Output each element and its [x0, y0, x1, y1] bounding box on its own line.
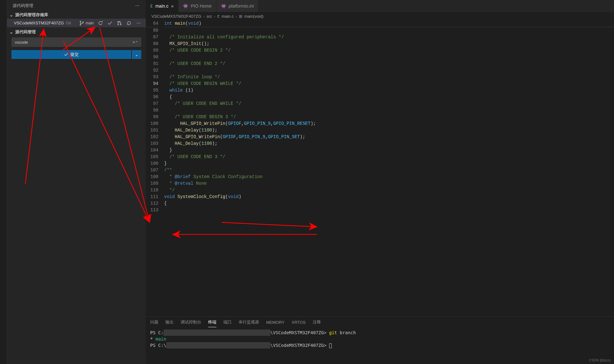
function-icon: ⊞ — [239, 14, 242, 19]
branch-name: main — [86, 21, 94, 25]
close-icon[interactable]: × — [171, 3, 174, 9]
pio-icon: 👾 — [221, 3, 226, 9]
chevron-right-icon: › — [214, 14, 215, 19]
redacted-path: ███████████████████████████████████████ — [166, 342, 271, 348]
tab-pio-home[interactable]: 👾PIO Home — [178, 0, 216, 12]
repo-row[interactable]: VSCodeMXSTM32F407ZG Git main — [7, 19, 146, 27]
panel-tabs: 问题输出调试控制台终端端口串行监视器MEMORYXRTOS注释 — [146, 317, 614, 328]
svg-point-5 — [120, 24, 121, 25]
section-repos-header[interactable]: ⌄ 源代码管理存储库 — [7, 11, 146, 19]
chevron-right-icon: › — [203, 14, 205, 19]
refresh-icon[interactable] — [126, 20, 132, 26]
bc-file: main.c — [221, 14, 233, 19]
term-prompt: PS C: — [150, 330, 163, 335]
svg-point-2 — [82, 22, 83, 22]
panel-tab-XRTOS[interactable]: XRTOS — [291, 318, 305, 327]
c-file-icon: C — [217, 14, 220, 19]
tab-main-c[interactable]: Cmain.c× — [146, 0, 178, 12]
panel-tab-输出[interactable]: 输出 — [165, 317, 174, 327]
sidebar-title-row: 源代码管理 ⋯ — [7, 0, 146, 11]
bottom-panel: 问题输出调试控制台终端端口串行监视器MEMORYXRTOS注释 PS C:███… — [146, 316, 614, 364]
redacted-path: ████████████████████████████████████████ — [163, 329, 270, 336]
panel-tab-端口[interactable]: 端口 — [223, 317, 232, 327]
editor-tabs: Cmain.c×👾PIO Home👾platformio.ini — [146, 0, 614, 12]
section-scm-label: 源代码管理 — [15, 29, 36, 35]
sparkle-icon[interactable]: ✧⁺ — [132, 40, 138, 45]
bc-symbol: main(void) — [244, 14, 264, 19]
line-numbers: 6486878889909192939495969798991001011021… — [146, 20, 164, 316]
term-cmd-arg: branch — [340, 330, 356, 335]
more-actions-icon[interactable]: ⋯ — [134, 3, 140, 9]
tab-label: main.c — [155, 3, 168, 9]
watermark: CSDN @&zzz — [589, 358, 611, 362]
c-file-icon: C — [150, 3, 153, 9]
checkmark-icon[interactable] — [107, 20, 113, 26]
pio-icon: 👾 — [183, 3, 188, 9]
more-icon[interactable]: ⋯ — [136, 20, 141, 26]
chevron-down-icon: ⌄ — [135, 52, 138, 57]
sync-icon[interactable] — [98, 20, 103, 26]
breadcrumbs[interactable]: VSCodeMXSTM32F407ZG › src › C main.c › ⊞… — [146, 12, 614, 20]
bc-project: VSCodeMXSTM32F407ZG — [151, 14, 201, 19]
commit-message-text: vscode — [15, 40, 28, 45]
sidebar-title: 源代码管理 — [13, 3, 33, 9]
term-branch: main — [156, 336, 166, 342]
terminal-cursor — [329, 343, 332, 348]
svg-point-1 — [80, 24, 81, 25]
tab-label: platformio.ini — [229, 3, 254, 9]
repo-name: VSCodeMXSTM32F407ZG — [14, 21, 64, 25]
term-path2-suffix: \VSCodeMXSTM32F407ZG> — [270, 343, 326, 348]
tab-platformio-ini[interactable]: 👾platformio.ini — [216, 0, 259, 12]
svg-point-3 — [118, 21, 118, 22]
term-path-suffix: \VSCodeMXSTM32F407ZG> — [270, 330, 326, 335]
bc-folder: src — [207, 14, 212, 19]
panel-tab-MEMORY[interactable]: MEMORY — [266, 318, 285, 327]
panel-tab-问题[interactable]: 问题 — [150, 317, 158, 327]
code-editor[interactable]: 6486878889909192939495969798991001011021… — [146, 20, 614, 316]
tab-label: PIO Home — [191, 3, 211, 9]
chevron-down-icon: ⌄ — [9, 12, 14, 17]
terminal-output[interactable]: PS C:███████████████████████████████████… — [146, 328, 614, 364]
section-repos-label: 源代码管理存储库 — [15, 12, 48, 18]
svg-point-4 — [118, 24, 118, 25]
source-control-sidebar: 源代码管理 ⋯ ⌄ 源代码管理存储库 VSCodeMXSTM32F407ZG G… — [7, 0, 146, 364]
svg-point-0 — [80, 21, 81, 22]
panel-tab-调试控制台[interactable]: 调试控制台 — [181, 317, 201, 327]
branch-indicator[interactable]: main — [79, 21, 94, 26]
git-branch-icon — [79, 21, 84, 26]
chevron-right-icon: › — [236, 14, 237, 19]
chevron-down-icon: ⌄ — [9, 29, 14, 35]
commit-button[interactable]: 提交 — [11, 50, 131, 59]
panel-tab-串行监视器[interactable]: 串行监视器 — [239, 317, 259, 327]
term-marker: * — [150, 336, 153, 342]
panel-tab-注释[interactable]: 注释 — [313, 317, 321, 327]
code-content[interactable]: int main(void) /* Initialize all configu… — [164, 20, 614, 316]
activity-bar — [0, 0, 7, 364]
pull-request-icon[interactable] — [117, 20, 122, 26]
repo-vcs: Git — [66, 21, 71, 25]
term-cmd: git — [329, 330, 337, 335]
term-prompt2: PS C:\ — [150, 343, 166, 348]
section-scm-header[interactable]: ⌄ 源代码管理 — [7, 27, 146, 35]
commit-dropdown[interactable]: ⌄ — [132, 50, 141, 59]
commit-button-label: 提交 — [70, 52, 79, 57]
panel-tab-终端[interactable]: 终端 — [208, 317, 216, 327]
commit-message-input[interactable]: vscode ✧⁺ — [11, 37, 141, 47]
